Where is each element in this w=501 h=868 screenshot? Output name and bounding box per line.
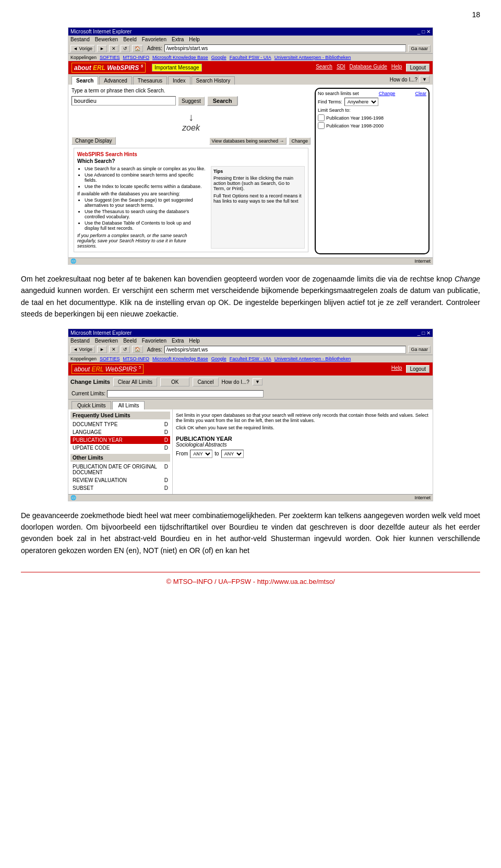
menu2-favorieten[interactable]: Favorieten <box>142 338 166 344</box>
tab-advanced-1[interactable]: Advanced <box>99 76 132 85</box>
link-mkb[interactable]: Microsoft Knowledge Base <box>152 55 208 60</box>
limit-item-update-code[interactable]: UPDATE CODE D <box>70 444 170 452</box>
refresh-button-1[interactable]: ↺ <box>121 45 130 52</box>
stop-button-1[interactable]: ✕ <box>109 45 118 52</box>
clear-link-1[interactable]: Clear <box>415 91 426 96</box>
limit-item-pub-date[interactable]: PUBLICATION DATE OF ORIGINAL DOCUMENT D <box>70 463 170 476</box>
pub-year-1998-checkbox[interactable] <box>318 122 325 129</box>
change-display-btn-1[interactable]: Change Display <box>71 137 116 145</box>
change-limits-link-1[interactable]: Change <box>379 91 396 96</box>
menu2-beeld[interactable]: Beeld <box>123 338 137 344</box>
link2-psw[interactable]: Faculteit PSW - UIA <box>230 356 271 361</box>
nav-help-link[interactable]: Help <box>391 64 402 72</box>
nav-db-guide-link[interactable]: Database Guide <box>350 64 387 72</box>
current-limits-label: Current Limits: <box>71 391 105 396</box>
subset-label: SUBSET <box>73 485 93 491</box>
clear-all-limits-btn[interactable]: Clear All Limits <box>113 378 157 386</box>
update-code-label: UPDATE CODE <box>73 445 110 451</box>
stop-button-2[interactable]: ✕ <box>109 346 118 353</box>
forward-button-2[interactable]: ► <box>97 346 107 353</box>
limit-item-pub-year[interactable]: PUBLICATION YEAR D <box>70 436 170 444</box>
change-limits-header: Change Limits Clear All Limits OK Cancel… <box>68 376 433 389</box>
tab-search-1[interactable]: Search <box>71 76 98 85</box>
forward-button-1[interactable]: ► <box>97 45 107 52</box>
all-limits-tab[interactable]: All Limits <box>112 401 145 409</box>
pub-year-1996-checkbox[interactable] <box>318 114 325 121</box>
how-do-i-btn-2[interactable]: ▼ <box>253 378 263 385</box>
current-limits-input[interactable] <box>107 390 264 397</box>
how-do-i-btn-1[interactable]: ▼ <box>420 76 430 83</box>
find-terms-select-1[interactable]: Anywhere <box>344 98 378 106</box>
ok-button-2[interactable]: OK <box>160 378 189 386</box>
limit-item-language[interactable]: LANGUAGE D <box>70 428 170 436</box>
browser-titlebar-2: Microsoft Internet Explorer _ □ ✕ <box>68 329 433 337</box>
link-softies[interactable]: SOFTIES <box>100 55 120 60</box>
tab-thesaurus-1[interactable]: Thesaurus <box>133 76 167 85</box>
link-ua[interactable]: Universiteit Antwerpen - Bibliotheken <box>275 55 351 60</box>
menu2-help[interactable]: Help <box>189 338 200 344</box>
limit-item-subset[interactable]: SUBSET D <box>70 484 170 492</box>
search-input-row-1: Suggest Search <box>71 96 311 106</box>
instruction-text-1: Type a term or phrase then click Search. <box>71 88 311 93</box>
paragraph-1: Om het zoekresultaat nog beter af te bak… <box>21 273 480 320</box>
statusbar-text-1: Internet <box>414 259 431 264</box>
view-databases-btn-1[interactable]: View databases being searched → <box>209 137 287 145</box>
link-psw[interactable]: Faculteit PSW - UIA <box>230 55 271 60</box>
menu-bewerken[interactable]: Bewerken <box>95 37 118 42</box>
menu2-extra[interactable]: Extra <box>172 338 184 344</box>
back-button-1[interactable]: ◄ Vorige <box>70 45 95 52</box>
search-input-1[interactable] <box>71 96 176 105</box>
pub-year-section: PUBLICATION YEAR Sociological Abstracts … <box>176 436 430 458</box>
nav-sdi-link[interactable]: SDI <box>337 64 345 72</box>
address-label: Adres: <box>147 45 162 51</box>
limit-item-doc-type[interactable]: DOCUMENT TYPE D <box>70 420 170 428</box>
important-message-badge: Important Message <box>152 64 202 72</box>
from-label: From <box>176 451 188 456</box>
menu-extra[interactable]: Extra <box>172 37 184 42</box>
pub-year-1998-label: Publication Year 1998-2000 <box>326 123 384 128</box>
limits-header-row: No search limits set Change Clear <box>318 91 426 96</box>
link2-ua[interactable]: Universiteit Antwerpen - Bibliotheken <box>275 356 351 361</box>
limit-item-review[interactable]: REVIEW EVALUATION D <box>70 476 170 484</box>
webspirs-nav-right-1: Search SDI Database Guide Help Logout <box>316 64 430 72</box>
quick-limits-tab[interactable]: Quick Limits <box>71 401 111 409</box>
change-btn-display-1[interactable]: Change <box>289 137 311 145</box>
tab-search-history-1[interactable]: Search History <box>192 76 235 85</box>
webspirs-app-2: about ERL WebSPIRS 5 Help Logout Change … <box>68 362 433 501</box>
link2-google[interactable]: Google <box>211 356 226 361</box>
menu2-bestand[interactable]: Bestand <box>70 338 90 344</box>
nav2-help-link[interactable]: Help <box>391 365 402 373</box>
go-button-2[interactable]: Ga naar <box>408 346 431 353</box>
tab-index-1[interactable]: Index <box>168 76 190 85</box>
home-button-1[interactable]: 🏠 <box>132 45 143 52</box>
menu-bestand[interactable]: Bestand <box>70 37 90 42</box>
hints-left-1: Use Search for a search as simple or com… <box>77 166 206 249</box>
link2-softies[interactable]: SOFTIES <box>100 356 120 361</box>
link-google[interactable]: Google <box>211 55 226 60</box>
limits-right-panel-2: Set limits in your open databases so tha… <box>173 409 433 494</box>
refresh-button-2[interactable]: ↺ <box>121 346 130 353</box>
address-bar-1[interactable] <box>164 44 407 52</box>
browser-menubar-2: Bestand Bewerken Beeld Favorieten Extra … <box>68 337 433 345</box>
link2-mkb[interactable]: Microsoft Knowledge Base <box>152 356 208 361</box>
back-button-2[interactable]: ◄ Vorige <box>70 346 95 353</box>
link-mtso[interactable]: MTSO-INFO <box>123 55 150 60</box>
menu-favorieten[interactable]: Favorieten <box>142 37 166 42</box>
menu2-bewerken[interactable]: Bewerken <box>95 338 118 344</box>
logout-button-1[interactable]: Logout <box>406 64 430 72</box>
to-select[interactable]: ANY <box>221 450 244 458</box>
go-button-1[interactable]: Ga naar <box>408 45 431 52</box>
address-bar-2[interactable] <box>164 346 407 354</box>
find-terms-row-1: Find Terms: Anywhere <box>318 98 426 106</box>
menu-help[interactable]: Help <box>189 37 200 42</box>
suggest-btn-1[interactable]: Suggest <box>178 97 205 105</box>
from-select[interactable]: ANY <box>190 450 212 458</box>
menu-beeld[interactable]: Beeld <box>123 37 137 42</box>
nav-search-link[interactable]: Search <box>316 64 332 72</box>
webspirs-header-2: about ERL WebSPIRS 5 Help Logout <box>68 362 433 376</box>
cancel-button-2[interactable]: Cancel <box>193 378 218 386</box>
home-button-2[interactable]: 🏠 <box>132 346 143 353</box>
logout-button-2[interactable]: Logout <box>406 365 430 373</box>
link2-mtso[interactable]: MTSO-INFO <box>123 356 150 361</box>
search-btn-1[interactable]: Search <box>207 96 238 106</box>
